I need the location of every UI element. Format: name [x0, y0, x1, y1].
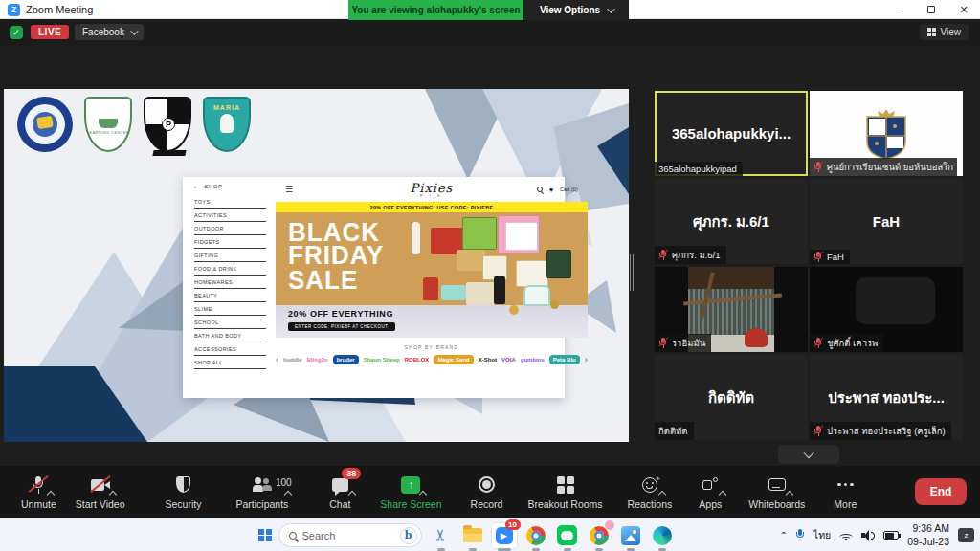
- chevron-up-icon: [348, 490, 356, 497]
- chevron-down-icon: [130, 27, 138, 34]
- brand-logo-x-shot[interactable]: X-Shot: [479, 357, 497, 363]
- windows-taskbar: Search b ✂ ▶ 10 ⌃ ไทย 9:36 AM 09-Jul-23 …: [0, 518, 980, 551]
- reactions-button[interactable]: + Reactions: [618, 466, 682, 518]
- battery-saver-icon[interactable]: [883, 531, 899, 540]
- close-button[interactable]: ✕: [947, 0, 980, 19]
- learning-center-green-logo: LEARNING CENTER: [84, 97, 132, 152]
- stream-target-label: Facebook: [82, 27, 124, 37]
- apps-button[interactable]: Apps: [689, 466, 731, 518]
- edge-browser-icon[interactable]: [650, 523, 675, 548]
- back-arrow-icon[interactable]: ‹: [194, 184, 197, 189]
- brand-logo-peta-blu[interactable]: Peta Blu: [549, 355, 580, 364]
- collapse-panel-button[interactable]: [778, 445, 839, 464]
- carousel-prev-icon[interactable]: ‹: [276, 355, 278, 364]
- menu-item-homewares[interactable]: HOMEWARES: [194, 276, 266, 289]
- carousel-next-icon[interactable]: ›: [585, 355, 588, 364]
- brand-logo-bling2o[interactable]: Bling2o: [307, 357, 328, 363]
- participant-tile-rahimman[interactable]: ราฮิมมัน: [655, 267, 808, 352]
- clock[interactable]: 9:36 AM 09-Jul-23: [907, 522, 949, 547]
- participant-tile-fah[interactable]: FaH FaH: [810, 179, 963, 264]
- participant-tile-school-logo[interactable]: ศูนย์การเรียนเซนต์ ยอห์นบอสโก: [810, 91, 963, 176]
- chevron-down-icon: [803, 448, 813, 458]
- participant-name-tag: ศูนย์การเรียนเซนต์ ยอห์นบอสโก: [810, 158, 957, 176]
- security-button[interactable]: Security: [156, 466, 212, 518]
- zoom-tray-icon[interactable]: z: [958, 528, 974, 542]
- live-badge: LIVE: [31, 25, 69, 39]
- cart-link[interactable]: Cart (0): [560, 187, 578, 192]
- more-button[interactable]: More: [824, 466, 866, 518]
- menu-item-toys[interactable]: TOYS: [194, 195, 266, 209]
- chrome-profile-icon[interactable]: [587, 523, 612, 548]
- muted-mic-icon: [813, 252, 823, 262]
- menu-item-bath-and-body[interactable]: BATH AND BODY: [194, 329, 266, 342]
- wishlist-heart-icon[interactable]: ♥: [549, 187, 553, 193]
- chevron-up-icon: [786, 490, 793, 497]
- start-video-button[interactable]: Start Video: [66, 466, 135, 518]
- taskbar-search[interactable]: Search b: [278, 523, 422, 547]
- tray-overflow-chevron-icon[interactable]: ⌃: [779, 530, 787, 540]
- breakout-rooms-icon: [557, 476, 574, 494]
- brand-logo-shaun-sheep[interactable]: Shaun Sheep: [364, 357, 400, 363]
- snipping-tool-icon[interactable]: ✂: [429, 523, 454, 548]
- pixies-website-screenshot: ‹ SHOP TOYS ACTIVITIES OUTDOOR FIDGETS G…: [183, 177, 565, 398]
- menu-item-shop-all[interactable]: SHOP ALL: [194, 356, 266, 369]
- view-options-button[interactable]: View Options: [523, 0, 629, 20]
- tray-microphone-icon[interactable]: [796, 529, 805, 542]
- participant-tile-365alohapukkyipad[interactable]: 365alohapukkyi... 365alohapukkyipad: [655, 91, 808, 176]
- participant-tile-chusak[interactable]: ชูศักดิ์ เคารพ: [810, 267, 963, 352]
- banner-offer-text: 20% OFF EVERYTHING: [288, 309, 393, 319]
- participant-tile-kittitat[interactable]: กิตติทัต กิตติทัต: [655, 355, 808, 440]
- muted-mic-icon: [813, 426, 823, 436]
- chat-badge: 38: [342, 468, 361, 479]
- search-icon[interactable]: [537, 187, 543, 192]
- brand-logo-gumbins[interactable]: gumbins: [521, 357, 545, 363]
- speaker-icon[interactable]: [861, 530, 875, 541]
- menu-item-beauty[interactable]: BEAUTY: [194, 289, 266, 302]
- window-titlebar: Z Zoom Meeting You are viewing alohapukk…: [0, 0, 980, 19]
- unmute-button[interactable]: Unmute: [11, 466, 66, 518]
- school-crest-icon: [864, 107, 908, 161]
- participant-tile-prapas[interactable]: ประพาส ทองประ... ประพาส ทองประเสริฐ (ครู…: [810, 355, 963, 440]
- file-explorer-icon[interactable]: [460, 523, 485, 548]
- participant-name-tag: 365alohapukkyipad: [655, 162, 743, 176]
- participants-button[interactable]: 100 Participants: [226, 466, 298, 518]
- brand-logo-bruder[interactable]: bruder: [333, 355, 359, 364]
- zoom-taskbar-icon[interactable]: ▶ 10: [492, 523, 517, 548]
- share-screen-button[interactable]: ↑ Share Screen: [370, 466, 451, 518]
- brand-logo-roblox[interactable]: ROBLOX: [405, 357, 430, 363]
- language-indicator[interactable]: ไทย: [813, 527, 831, 543]
- end-meeting-button[interactable]: End: [915, 478, 967, 505]
- menu-item-school[interactable]: SCHOOL: [194, 316, 266, 329]
- menu-item-gifting[interactable]: GIFTING: [194, 249, 266, 262]
- menu-item-slime[interactable]: SLIME: [194, 302, 266, 316]
- breakout-rooms-button[interactable]: Breakout Rooms: [518, 466, 612, 518]
- maximize-button[interactable]: [915, 0, 947, 19]
- start-button[interactable]: [258, 529, 272, 542]
- photos-app-icon[interactable]: [618, 523, 643, 548]
- brand-logo-magic-sand[interactable]: Magic Sand: [434, 355, 473, 364]
- minimize-button[interactable]: –: [882, 0, 915, 19]
- live-stream-target-dropdown[interactable]: Facebook: [75, 24, 144, 40]
- menu-item-accessories[interactable]: ACCESSORIES: [194, 342, 266, 356]
- muted-mic-icon: [813, 338, 823, 348]
- record-button[interactable]: Record: [461, 466, 513, 518]
- participant-tile-supakorn[interactable]: ศุภกร. ม.6/1 ศุภกร. ม.6/1: [655, 179, 808, 264]
- line-app-icon[interactable]: [555, 523, 580, 548]
- chrome-icon[interactable]: [523, 523, 548, 548]
- menu-item-outdoor[interactable]: OUTDOOR: [194, 222, 266, 235]
- panel-resize-handle[interactable]: [630, 254, 635, 291]
- chat-button[interactable]: 38 Chat: [319, 466, 361, 518]
- brand-logo-huddle[interactable]: huddle: [283, 357, 302, 363]
- menu-item-activities[interactable]: ACTIVITIES: [194, 209, 266, 222]
- whiteboards-button[interactable]: Whiteboards: [739, 466, 814, 518]
- menu-item-food-drink[interactable]: FOOD & DRINK: [194, 262, 266, 276]
- brand-logo-voia[interactable]: VOIA: [501, 357, 516, 363]
- line-logo-icon: [557, 525, 577, 545]
- tray-time: 9:36 AM: [907, 522, 949, 535]
- reactions-icon: +: [642, 477, 657, 493]
- view-layout-button[interactable]: View: [920, 24, 969, 40]
- menu-item-fidgets[interactable]: FIDGETS: [194, 235, 266, 249]
- hamburger-icon[interactable]: ☰: [285, 185, 293, 194]
- muted-mic-icon: [813, 162, 823, 172]
- wifi-icon[interactable]: [839, 530, 853, 540]
